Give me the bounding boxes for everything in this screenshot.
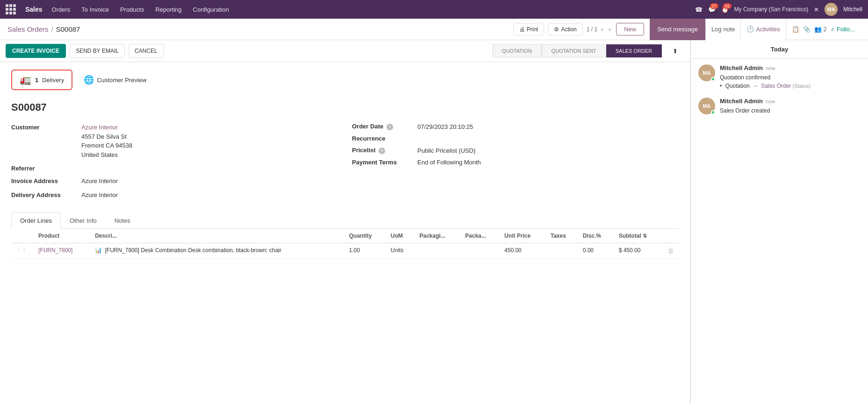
workflow-steps: QUOTATION QUOTATION SENT SALES ORDER — [492, 44, 662, 57]
delete-icon[interactable]: 🗑 — [667, 247, 674, 255]
tab-other-info[interactable]: Other Info — [61, 212, 106, 229]
follow-button[interactable]: ✓ Follo... — [831, 26, 855, 33]
message-item-1: MA Mitchell Admin now Quotation confirme… — [698, 64, 861, 90]
top-navigation: Sales Orders To Invoice Products Reporti… — [0, 0, 868, 19]
page-header: Sales Orders / S00087 🖨 Print ⚙ Action 1… — [0, 19, 868, 40]
cancel-button[interactable]: CANCEL — [129, 44, 164, 58]
customer-address2: Fremont CA 94538 — [81, 142, 132, 149]
settings-icon[interactable]: ✕ — [814, 6, 819, 13]
pager-prev[interactable]: ‹ — [599, 25, 605, 34]
message-header-1: Mitchell Admin now — [720, 64, 861, 71]
nav-to-invoice[interactable]: To Invoice — [79, 5, 111, 14]
row-drag-handle[interactable]: ⋮⋮ — [11, 243, 34, 259]
message-author-1: Mitchell Admin — [720, 64, 763, 71]
action-button[interactable]: ⚙ Action — [548, 23, 582, 35]
payment-terms-label: Payment Terms — [352, 159, 417, 166]
truck-icon: 🚛 — [20, 74, 31, 85]
row-product: [FURN_7800] — [34, 243, 90, 259]
col-taxes: Taxes — [546, 229, 578, 243]
send-message-button[interactable]: Send message — [650, 19, 705, 40]
col-actions — [663, 229, 679, 243]
breadcrumb-separator: / — [51, 25, 53, 33]
delivery-address-row: Delivery Address Azure Interior — [11, 191, 338, 200]
invoice-address-row: Invoice Address Azure Interior — [11, 177, 338, 186]
clipboard-icon[interactable]: 📋 — [792, 26, 799, 33]
nav-configuration[interactable]: Configuration — [191, 5, 231, 14]
pager: 1 / 1 ‹ › — [587, 25, 612, 34]
payment-terms-row: Payment Terms End of Following Month — [352, 159, 679, 166]
scroll-indicator[interactable]: ⬆ — [666, 48, 684, 55]
create-invoice-button[interactable]: CREATE INVOICE — [6, 44, 66, 58]
step-sales-order[interactable]: SALES ORDER — [606, 44, 662, 57]
breadcrumb-link[interactable]: Sales Orders — [7, 25, 49, 33]
app-grid-icon[interactable] — [6, 4, 16, 14]
form-body: S00087 Customer Azure Interior 4557 De S… — [0, 94, 690, 266]
message-thread: MA Mitchell Admin now Quotation confirme… — [691, 59, 868, 128]
recurrence-row: Recurrence — [352, 135, 679, 142]
col-disc: Disc.% — [578, 229, 614, 243]
messages-icon[interactable]: 💬 27 — [708, 6, 716, 13]
page-header-actions: 🖨 Print ⚙ Action 1 / 1 ‹ › New — [513, 23, 644, 35]
message-time-1: now — [766, 65, 775, 71]
clock-icon[interactable]: ⏰ 41 — [721, 6, 729, 13]
pricelist-help[interactable]: ? — [379, 148, 385, 154]
new-button[interactable]: New — [616, 23, 644, 35]
followers-icon[interactable]: 👥 2 — [814, 26, 827, 33]
order-date-value: 07/29/2023 20:10:25 — [417, 123, 473, 130]
nav-reporting[interactable]: Reporting — [153, 5, 183, 14]
right-panel-actions: Send message Log note 🕐 Activities 📋 📎 👥… — [650, 19, 861, 40]
row-delete[interactable]: 🗑 — [663, 243, 679, 259]
referrer-field-row: Referrer — [11, 164, 338, 172]
send-by-email-button[interactable]: SEND BY EMAIL — [70, 44, 125, 58]
row-disc: 0.00 — [578, 243, 614, 259]
col-packaging: Packagi... — [415, 229, 460, 243]
product-code-link[interactable]: [FURN_7800] — [38, 247, 72, 254]
print-button[interactable]: 🖨 Print — [513, 23, 545, 35]
subtotal-sort-icon[interactable]: ⇅ — [643, 233, 647, 239]
row-description: 📊 [FURN_7800] Desk Combination Desk comb… — [90, 243, 344, 259]
clock-badge: 41 — [723, 3, 732, 9]
avatar-2: MA — [698, 98, 715, 114]
customer-name-link[interactable]: Azure Interior — [81, 124, 118, 131]
content-area: CREATE INVOICE SEND BY EMAIL CANCEL QUOT… — [0, 40, 690, 403]
nav-orders[interactable]: Orders — [50, 5, 72, 14]
log-note-button[interactable]: Log note — [705, 19, 741, 40]
delivery-count: 1 — [35, 77, 38, 84]
paperclip-icon[interactable]: 📎 — [803, 26, 811, 33]
delivery-address-value: Azure Interior — [81, 191, 118, 200]
app-name[interactable]: Sales — [25, 6, 43, 13]
user-name[interactable]: Mitchell — [843, 6, 862, 13]
order-date-help[interactable]: ? — [387, 124, 393, 130]
message-author-2: Mitchell Admin — [720, 98, 763, 105]
step-quotation-sent[interactable]: QUOTATION SENT — [542, 44, 606, 57]
pager-next[interactable]: › — [607, 25, 612, 34]
order-date-label: Order Date ? — [352, 123, 417, 130]
order-table: Product Descri... Quantity UoM Packagi.. — [11, 229, 679, 259]
referrer-label: Referrer — [11, 164, 81, 172]
right-panel: Today MA Mitchell Admin now Quotation co… — [690, 40, 868, 403]
col-handle — [11, 229, 34, 243]
forecast-icon[interactable]: 📊 — [95, 247, 102, 254]
customer-address3: United States — [81, 151, 118, 158]
order-number: S00087 — [11, 101, 679, 113]
message-body-2: Mitchell Admin now Sales Order created — [720, 98, 861, 115]
activities-button[interactable]: 🕐 Activities — [740, 19, 785, 40]
tab-bar: Order Lines Other Info Notes — [11, 212, 679, 229]
customer-preview-pill[interactable]: 🌐 Customer Preview — [78, 71, 152, 89]
globe-icon: 🌐 — [84, 75, 94, 85]
bullet-1: • — [720, 83, 722, 89]
nav-products[interactable]: Products — [118, 5, 146, 14]
user-avatar[interactable]: MA — [825, 3, 838, 16]
step-quotation[interactable]: QUOTATION — [492, 44, 542, 57]
invoice-address-label: Invoice Address — [11, 177, 81, 184]
row-packaging — [415, 243, 460, 259]
company-name[interactable]: My Company (San Francisco) — [734, 6, 809, 13]
drag-handle-icon[interactable]: ⋮⋮ — [16, 247, 27, 254]
delivery-pill[interactable]: 🚛 1 Delivery — [11, 70, 72, 90]
phone-icon[interactable]: ☎ — [695, 6, 703, 13]
tab-notes[interactable]: Notes — [106, 212, 139, 229]
tab-order-lines[interactable]: Order Lines — [11, 212, 61, 229]
top-nav-icons: ☎ 💬 27 ⏰ 41 My Company (San Francisco) ✕… — [695, 3, 862, 16]
status-link[interactable]: Sales Order — [761, 83, 791, 89]
breadcrumb-current: S00087 — [56, 25, 80, 33]
